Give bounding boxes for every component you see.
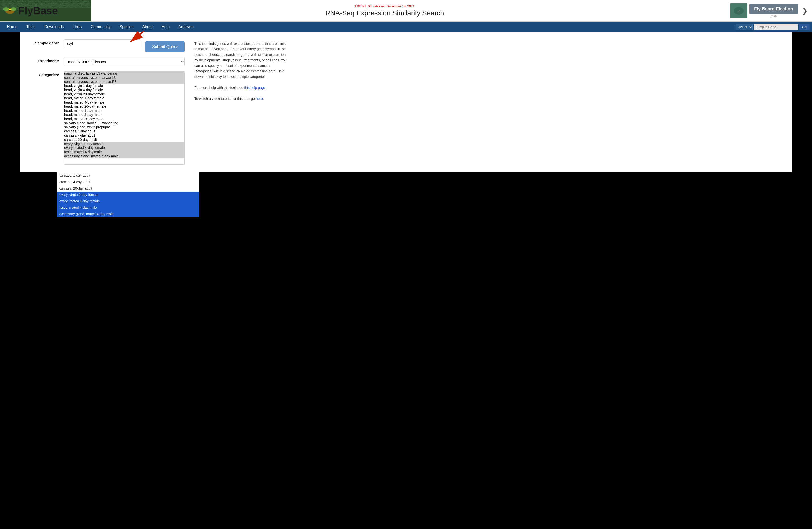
submit-query-button[interactable]: Submit Query: [145, 41, 185, 52]
jump-to-gene-input[interactable]: [754, 24, 798, 30]
list-item[interactable]: head, mated 4-day female: [64, 100, 184, 105]
nav-item-downloads[interactable]: Downloads: [40, 22, 68, 32]
info-paragraph-3: To watch a video tutorial for this tool,…: [194, 96, 288, 101]
list-item[interactable]: ovary, mated 4-day female: [64, 146, 184, 150]
list-item[interactable]: carcass, 20-day adult: [57, 185, 199, 191]
list-item[interactable]: head, virgin 1-day female: [64, 84, 184, 88]
header-center: FB2021_06, released December 14, 2021 RN…: [0, 4, 730, 17]
svg-point-4: [9, 9, 10, 10]
site-logo[interactable]: FlyBase: [2, 5, 58, 17]
list-item[interactable]: central nervous system, pupae P8: [64, 80, 184, 84]
categories-list[interactable]: imaginal disc, larvae L3 wandering centr…: [64, 71, 185, 165]
list-item[interactable]: carcass, 20-day adult: [64, 138, 184, 142]
nav-item-links[interactable]: Links: [68, 22, 86, 32]
flybase-logo-text: FlyBase: [18, 5, 58, 17]
video-tutorial-link[interactable]: here: [256, 97, 263, 101]
main-navbar: Home Tools Downloads Links Community Spe…: [0, 22, 812, 32]
help-page-link[interactable]: this help page: [244, 86, 265, 90]
header-right: 🦟 Fly Board Election ❯: [730, 3, 812, 18]
fly-board-election-banner[interactable]: Fly Board Election: [749, 4, 798, 14]
nav-item-community[interactable]: Community: [86, 22, 115, 32]
form-area: Sample gene: Submit Query: [27, 39, 785, 165]
info-period-1: .: [266, 86, 267, 90]
experiment-select[interactable]: modENCODE_Tissues modENCODE_Development …: [64, 57, 185, 66]
svg-point-2: [11, 8, 16, 11]
list-item[interactable]: ovary, mated 4-day female: [57, 198, 199, 204]
dot-2: [774, 15, 777, 17]
jump-to-gene-section: J2G ▾ Go: [736, 24, 810, 30]
nav-items: Home Tools Downloads Links Community Spe…: [2, 22, 736, 32]
categories-label: Categories:: [27, 71, 59, 77]
experiment-controls: modENCODE_Tissues modENCODE_Development …: [64, 57, 185, 66]
nav-item-archives[interactable]: Archives: [174, 22, 198, 32]
svg-point-3: [9, 9, 11, 11]
sample-gene-label: Sample gene:: [27, 39, 59, 45]
bottom-section: carcass, 1-day adult carcass, 4-day adul…: [0, 172, 812, 222]
banner-dots: [771, 15, 777, 17]
nav-item-home[interactable]: Home: [2, 22, 22, 32]
svg-point-1: [3, 8, 9, 11]
help-info-panel: This tool finds genes with expression pa…: [194, 39, 288, 101]
list-item[interactable]: head, mated 20-day male: [64, 117, 184, 121]
list-item[interactable]: head, virgin 4-day female: [64, 88, 184, 92]
list-item[interactable]: salivary gland, larvae L3 wandering: [64, 121, 184, 125]
nav-item-tools[interactable]: Tools: [22, 22, 40, 32]
go-button[interactable]: Go: [799, 24, 810, 30]
list-item[interactable]: head, mated 20-day female: [64, 104, 184, 109]
info-paragraph-1: This tool finds genes with expression pa…: [194, 41, 288, 80]
nav-item-about[interactable]: About: [138, 22, 157, 32]
list-item[interactable]: accessory gland, mated 4-day male: [64, 154, 184, 158]
list-item[interactable]: imaginal disc, larvae L3 wandering: [64, 71, 184, 75]
categories-row: Categories: imaginal disc, larvae L3 wan…: [27, 71, 185, 165]
flybase-fly-icon: [2, 5, 17, 17]
list-item[interactable]: head, mated 1-day female: [64, 96, 184, 100]
list-item[interactable]: accessory gland, mated 4-day male: [57, 211, 199, 217]
info-text-2: For more help with this tool, see: [194, 86, 244, 90]
sample-gene-input[interactable]: [64, 39, 140, 48]
site-header: CGTCGGCAATCGGTAAGATAGCCAAATATTATTGTTCAGA…: [0, 0, 812, 22]
dot-1: [771, 15, 773, 17]
page-title: RNA-Seq Expression Similarity Search: [39, 9, 730, 17]
experiment-row: Experiment: modENCODE_Tissues modENCODE_…: [27, 57, 185, 66]
info-paragraph-2: For more help with this tool, see this h…: [194, 85, 288, 90]
list-item[interactable]: carcass, 1-day adult: [64, 129, 184, 133]
list-item[interactable]: head, virgin 20-day female: [64, 92, 184, 96]
list-item[interactable]: head, mated 4-day male: [64, 113, 184, 117]
fly-board-thumbnail: 🦟: [730, 3, 747, 18]
list-item[interactable]: testis, mated 4-day male: [57, 204, 199, 211]
sample-gene-controls: [64, 39, 140, 48]
list-item[interactable]: carcass, 4-day adult: [57, 179, 199, 185]
form-left: Sample gene: Submit Query: [27, 39, 185, 165]
list-item[interactable]: ovary, virgin 4-day female: [57, 191, 199, 198]
nav-item-help[interactable]: Help: [157, 22, 174, 32]
categories-controls: imaginal disc, larvae L3 wandering centr…: [64, 71, 185, 165]
list-item[interactable]: ovary, virgin 4-day female: [64, 142, 184, 146]
list-item[interactable]: central nervous system, larvae L3: [64, 75, 184, 80]
j2g-select[interactable]: J2G ▾: [736, 24, 753, 30]
main-content: Sample gene: Submit Query: [20, 32, 792, 172]
experiment-label: Experiment:: [27, 57, 59, 63]
info-period-2: .: [263, 97, 264, 101]
svg-point-5: [10, 9, 11, 10]
list-item[interactable]: carcass, 4-day adult: [64, 133, 184, 138]
list-item[interactable]: testis, mated 4-day male: [64, 150, 184, 154]
list-item[interactable]: salivary gland, white prepupae: [64, 125, 184, 129]
list-item[interactable]: head, mated 1-day male: [64, 109, 184, 113]
release-info: FB2021_06, released December 14, 2021: [39, 4, 730, 8]
nav-item-species[interactable]: Species: [115, 22, 138, 32]
bottom-list-container: carcass, 1-day adult carcass, 4-day adul…: [57, 172, 199, 217]
sample-gene-row: Sample gene: Submit Query: [27, 39, 185, 52]
next-banner-arrow[interactable]: ❯: [800, 6, 810, 16]
info-text-4: To watch a video tutorial for this tool,…: [194, 97, 256, 101]
svg-text:🦟: 🦟: [737, 10, 740, 13]
list-item[interactable]: carcass, 1-day adult: [57, 172, 199, 179]
